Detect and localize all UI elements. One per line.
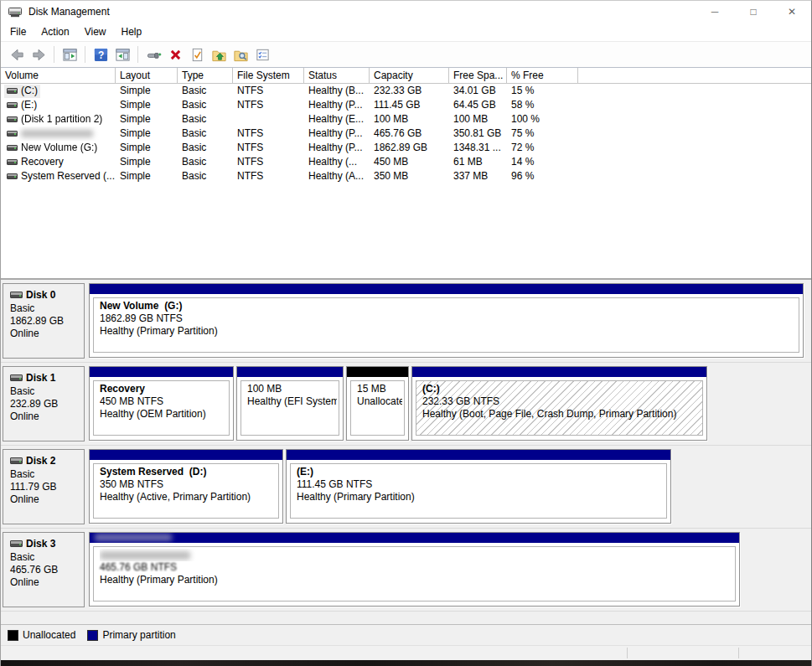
disk-type: Basic	[10, 551, 82, 564]
disk-1-label-panel[interactable]: Disk 1Basic232.89 GBOnline	[3, 366, 85, 441]
volume-name: (C:)	[21, 84, 38, 98]
volume-cell	[1, 126, 116, 141]
disk-icon	[10, 540, 23, 547]
partition-status: Healthy (EFI System P	[247, 395, 337, 408]
column-header-capacity[interactable]: Capacity	[370, 68, 449, 84]
folder-search-icon[interactable]	[230, 44, 251, 65]
folder-up-icon[interactable]	[209, 44, 229, 65]
column-header-layout[interactable]: Layout	[116, 68, 178, 84]
partition-color-bar	[412, 367, 706, 377]
capacity-cell: 1862.89 GB	[370, 141, 449, 155]
menu-bar: FileActionViewHelp	[1, 22, 811, 42]
partition-size: 450 MB NTFS	[100, 395, 227, 408]
disk-3-label-panel[interactable]: Disk 3Basic465.76 GBOnline	[3, 532, 85, 607]
pct-cell: 15 %	[507, 84, 578, 98]
volume-cell: (C:)	[1, 84, 116, 98]
check-doc-icon[interactable]	[187, 44, 207, 65]
desktop-background-strip	[1, 660, 811, 666]
close-button[interactable]: ✕	[773, 1, 811, 22]
layout-cell: Simple	[116, 169, 178, 183]
volume-icon	[7, 173, 18, 179]
pct-cell: 72 %	[507, 141, 578, 155]
action-pane-icon[interactable]	[112, 44, 132, 65]
volume-cell: Recovery	[1, 155, 116, 169]
partition-block[interactable]: Recovery450 MB NTFSHealthy (OEM Partitio…	[89, 366, 234, 441]
legend-label: Unallocated	[23, 629, 75, 641]
menu-action[interactable]: Action	[34, 23, 76, 41]
menu-help[interactable]: Help	[114, 23, 150, 41]
partition-status: Healthy (Active, Primary Partition)	[100, 491, 277, 503]
column-header-free-spa[interactable]: Free Spa...	[449, 68, 507, 84]
partition-block[interactable]: (C:)232.33 GB NTFSHealthy (Boot, Page Fi…	[411, 366, 707, 441]
table-row[interactable]: (C:)SimpleBasicNTFSHealthy (B...232.33 G…	[1, 84, 811, 98]
partition-info: New Volume (G:)1862.89 GB NTFSHealthy (P…	[93, 297, 799, 353]
console-tree-icon[interactable]	[59, 44, 80, 65]
volume-cell: (Disk 1 partition 2)	[1, 112, 116, 126]
table-row[interactable]: RecoverySimpleBasicNTFSHealthy (...450 M…	[1, 155, 811, 169]
disk-state: Online	[10, 328, 82, 340]
type-cell: Basic	[178, 169, 233, 183]
partition-status: Healthy (Primary Partition)	[100, 325, 797, 338]
volume-list-header: VolumeLayoutTypeFile SystemStatusCapacit…	[1, 68, 811, 84]
wand-icon[interactable]	[143, 44, 163, 65]
partition-block[interactable]: System Reserved (D:)350 MB NTFSHealthy (…	[89, 449, 283, 524]
svg-text:?: ?	[97, 49, 103, 60]
window-title: Disk Management	[28, 6, 110, 18]
table-row[interactable]: New Volume (G:)SimpleBasicNTFSHealthy (P…	[1, 141, 811, 155]
volume-icon	[7, 88, 18, 94]
disk-name: Disk 1	[26, 372, 55, 384]
table-row[interactable]: SimpleBasicNTFSHealthy (P...465.76 GB350…	[1, 126, 811, 141]
column-header-status[interactable]: Status	[304, 68, 370, 84]
disk-type: Basic	[10, 385, 82, 398]
partition-block[interactable]: 15 MBUnallocated	[346, 366, 409, 441]
partition-info: 100 MBHealthy (EFI System P	[240, 380, 339, 436]
disk-2-label-panel[interactable]: Disk 2Basic111.79 GBOnline	[3, 449, 85, 524]
volume-cell: New Volume (G:)	[1, 141, 116, 155]
minimize-button[interactable]: ─	[696, 1, 734, 22]
column-header-filler	[578, 68, 811, 84]
column-header-type[interactable]: Type	[178, 68, 233, 84]
table-row[interactable]: (Disk 1 partition 2)SimpleBasicHealthy (…	[1, 112, 811, 126]
disk-icon	[10, 374, 23, 381]
legend-item: Primary partition	[87, 629, 175, 641]
capacity-cell: 111.45 GB	[370, 98, 449, 112]
partition-block[interactable]: 465.76 GB NTFSHealthy (Primary Partition…	[89, 532, 740, 607]
filler-cell	[578, 169, 811, 183]
type-cell: Basic	[178, 98, 233, 112]
fs-cell: NTFS	[233, 141, 304, 155]
title-bar: Disk Management ─□✕	[1, 1, 811, 22]
back-icon[interactable]	[7, 44, 27, 65]
partition-label: New Volume (G:)	[100, 300, 797, 312]
table-row[interactable]: System Reserved (...SimpleBasicNTFSHealt…	[1, 169, 811, 183]
partition-block[interactable]: 100 MBHealthy (EFI System P	[236, 366, 344, 441]
menu-view[interactable]: View	[77, 23, 114, 41]
partition-status: Healthy (OEM Partition)	[100, 408, 227, 421]
disk-row-3: Disk 3Basic465.76 GBOnline465.76 GB NTFS…	[1, 529, 811, 612]
help-icon[interactable]: ?	[91, 44, 111, 65]
partition-block[interactable]: (E:)111.45 GB NTFSHealthy (Primary Parti…	[286, 449, 671, 524]
delete-icon[interactable]	[165, 44, 185, 65]
fs-cell	[233, 112, 304, 126]
partition-status: Healthy (Primary Partition)	[297, 491, 665, 503]
partition-info: 465.76 GB NTFSHealthy (Primary Partition…	[93, 546, 736, 601]
menu-file[interactable]: File	[3, 23, 34, 41]
fs-cell: NTFS	[233, 155, 304, 169]
partition-label: Recovery	[100, 383, 227, 395]
disk-icon	[10, 292, 23, 298]
status-bar	[1, 645, 811, 660]
disk-0-label-panel[interactable]: Disk 0Basic1862.89 GBOnline	[3, 283, 85, 359]
legend-label: Primary partition	[102, 629, 175, 641]
redaction-smudge	[95, 534, 172, 541]
forward-icon[interactable]	[28, 44, 49, 65]
column-header-file-system[interactable]: File System	[233, 68, 304, 84]
maximize-button[interactable]: □	[734, 1, 773, 22]
partition-color-bar	[90, 367, 233, 377]
table-row[interactable]: (E:)SimpleBasicNTFSHealthy (P...111.45 G…	[1, 98, 811, 112]
column-header-free[interactable]: % Free	[507, 68, 578, 84]
column-header-volume[interactable]: Volume	[1, 68, 116, 84]
partition-block[interactable]: New Volume (G:)1862.89 GB NTFSHealthy (P…	[89, 283, 804, 358]
list-icon[interactable]	[252, 44, 272, 65]
free-cell: 100 MB	[449, 112, 507, 126]
toolbar: ?	[1, 42, 811, 68]
capacity-cell: 350 MB	[370, 169, 449, 183]
